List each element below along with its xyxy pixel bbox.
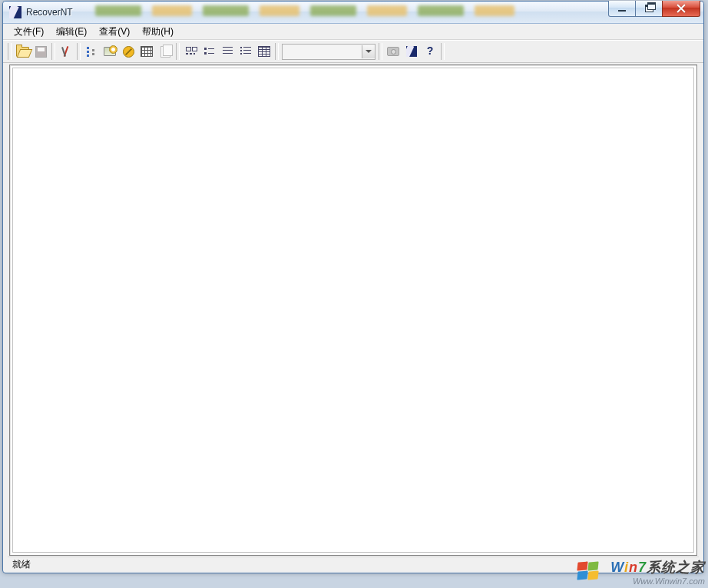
details-icon [258,46,270,57]
help-icon: ? [425,46,435,57]
list2-icon [240,47,251,56]
menu-bar: 文件(F) 编辑(E) 查看(V) 帮助(H) [3,24,703,40]
folder-open-icon [16,47,29,57]
path-combo-dropdown[interactable] [362,45,375,58]
drive-search-icon [104,47,116,56]
path-combo[interactable] [282,44,376,60]
watermark-windows-flag-icon [577,562,600,583]
tree-icon [86,46,97,57]
app-logo-icon [406,46,417,57]
watermark-url: Www.Winwin7.com [610,576,705,586]
toolbar-separator [441,43,445,60]
toolbar-separator [379,43,382,60]
menu-edit[interactable]: 编辑(E) [50,24,93,40]
list-view-button[interactable] [219,43,236,60]
grid-icon [141,46,153,57]
copy-icon [160,46,170,58]
status-ready: 就绪 [8,558,35,571]
minimize-icon [618,10,626,12]
app-toolbar-button[interactable] [403,43,420,60]
client-area [9,64,697,556]
stop-button[interactable] [120,43,137,60]
toolbar-separator [51,43,55,60]
camera-icon [387,47,399,56]
open-button[interactable] [14,43,31,60]
tree-button[interactable] [83,43,100,60]
app-window: RecoverNT 文件(F) 编辑(E) 查看(V) 帮助(H) [2,1,704,573]
toolbar: ? [3,40,703,63]
window-controls [609,1,700,17]
toolbar-separator [275,43,279,60]
small-icons-button[interactable] [200,43,217,60]
menu-view[interactable]: 查看(V) [93,24,136,40]
minimize-button[interactable] [608,1,636,17]
small-icons-icon [204,47,214,56]
large-icons-icon [186,47,196,56]
scan-drive-button[interactable] [101,43,118,60]
content-pane[interactable] [12,68,694,553]
title-bar[interactable]: RecoverNT [3,2,703,24]
help-button[interactable]: ? [422,43,438,60]
save-icon [35,46,47,58]
list-icon [223,47,233,56]
chevron-down-icon [366,50,372,53]
menu-file[interactable]: 文件(F) [8,24,50,40]
toolbar-separator [8,43,12,60]
tools-icon [61,46,71,57]
camera-button[interactable] [385,43,402,60]
maximize-button[interactable] [635,1,663,17]
large-icons-button[interactable] [182,43,199,60]
toolbar-separator [77,43,81,60]
list2-view-button[interactable] [237,43,254,60]
no-entry-icon [123,46,134,58]
grid-button[interactable] [138,43,155,60]
close-button[interactable] [662,1,700,17]
menu-help[interactable]: 帮助(H) [136,24,180,40]
copy-button[interactable] [157,43,174,60]
app-title: RecoverNT [26,7,73,18]
titlebar-glass-blur [95,5,581,19]
toolbar-separator [176,43,180,60]
details-view-button[interactable] [256,43,273,60]
close-icon [677,4,686,13]
restore-icon [645,5,653,12]
tools-button[interactable] [58,43,74,60]
save-button[interactable] [32,43,49,60]
app-icon [9,6,22,18]
